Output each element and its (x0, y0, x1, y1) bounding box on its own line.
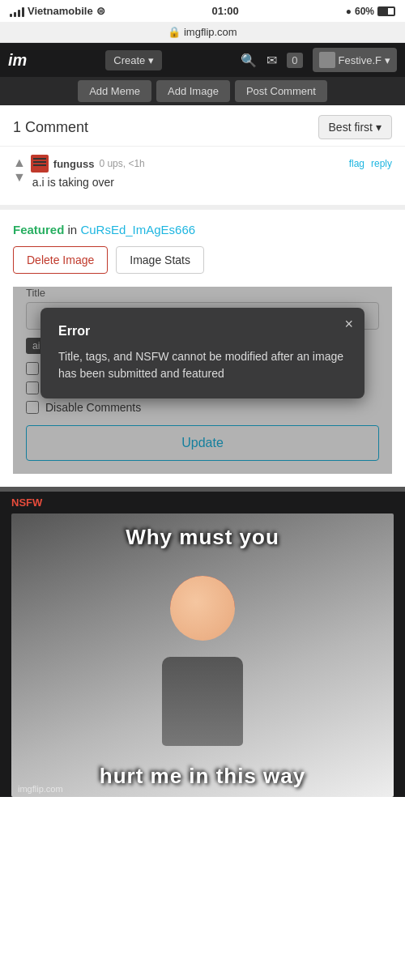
sort-chevron-icon: ▾ (376, 121, 382, 134)
status-time: 01:00 (212, 5, 239, 17)
comments-title: 1 Comment (13, 119, 88, 136)
featured-label: Featured (13, 223, 64, 236)
featured-text: Featured in CuRsEd_ImAgEs666 (13, 223, 392, 236)
notification-count[interactable]: 0 (287, 53, 302, 68)
comment-meta: funguss 0 ups, <1h flag reply (31, 155, 392, 173)
meme-character (11, 568, 394, 746)
table-row: ▲ ▼ funguss 0 ups, <1h flag reply a.i is… (0, 147, 405, 197)
sub-nav: Add Meme Add Image Post Comment (0, 77, 405, 105)
add-meme-button[interactable]: Add Meme (78, 80, 151, 102)
comments-header: 1 Comment Best first ▾ (0, 105, 405, 147)
status-bar: Vietnamobile ⊜ 01:00 ● 60% (0, 0, 405, 22)
modal-close-button[interactable]: × (344, 316, 353, 333)
avatar (31, 155, 49, 173)
flag-link[interactable]: flag (349, 158, 364, 169)
meme-top-text: Why must you (11, 513, 394, 550)
meme-bottom-text: hurt me in this way (11, 764, 394, 797)
featured-community-link[interactable]: CuRsEd_ImAgEs666 (80, 223, 195, 236)
modal-title: Error (58, 324, 347, 339)
url-bar: 🔒 imgflip.com (0, 22, 405, 43)
avatar (319, 52, 335, 68)
nsfw-label: NSFW (11, 496, 394, 509)
nav-icons: 🔍 ✉ 0 Festive.F ▾ (241, 48, 397, 72)
image-stats-button[interactable]: Image Stats (116, 246, 204, 274)
sort-label: Best first (329, 121, 373, 134)
character-body (162, 657, 243, 746)
create-button[interactable]: Create ▾ (105, 50, 162, 70)
disable-comments-row: Disable Comments (26, 401, 379, 414)
create-chevron-icon: ▾ (148, 54, 154, 66)
vote-controls: ▲ ▼ (13, 156, 26, 184)
update-button[interactable]: Update (26, 425, 379, 461)
comment-content: funguss 0 ups, <1h flag reply a.i is tak… (31, 155, 392, 189)
disable-comments-label: Disable Comments (45, 401, 141, 414)
user-menu-button[interactable]: Festive.F ▾ (313, 48, 397, 72)
user-chevron-icon: ▾ (385, 54, 390, 66)
comment-section: ▲ ▼ funguss 0 ups, <1h flag reply a.i is… (0, 147, 405, 205)
logo-text: im (8, 51, 27, 69)
signal-bars (10, 6, 24, 17)
modal-overlay: × Error Title, tags, and NSFW cannot be … (0, 308, 405, 398)
modal-body: Title, tags, and NSFW cannot be modified… (58, 348, 347, 382)
sort-button[interactable]: Best first ▾ (318, 115, 392, 139)
nsfw-section: NSFW Why must you hurt me in this way im… (0, 487, 405, 797)
battery-percent: 60% (355, 6, 374, 17)
status-left: Vietnamobile ⊜ (10, 5, 105, 17)
modal-box: × Error Title, tags, and NSFW cannot be … (40, 308, 364, 398)
character-head (170, 576, 235, 641)
comment-text: a.i is taking over (31, 176, 392, 189)
page-wrapper: Vietnamobile ⊜ 01:00 ● 60% 🔒 imgflip.com… (0, 0, 405, 797)
meme-image: Why must you hurt me in this way imgflip… (11, 513, 394, 797)
lock-icon: 🔒 (168, 26, 181, 38)
featured-buttons: Delete Image Image Stats (13, 246, 392, 274)
comment-stats: 0 ups, <1h (99, 158, 144, 169)
vote-up-button[interactable]: ▲ (13, 156, 26, 169)
search-icon[interactable]: 🔍 (241, 53, 257, 68)
comment-actions: flag reply (349, 158, 392, 169)
nav-bar: im Create ▾ 🔍 ✉ 0 Festive.F ▾ (0, 43, 405, 77)
battery-icon (377, 6, 395, 16)
title-label: Title (26, 287, 379, 299)
disable-comments-checkbox[interactable] (26, 401, 39, 414)
url-text: imgflip.com (184, 26, 237, 38)
logo: im (8, 51, 27, 70)
reply-link[interactable]: reply (371, 158, 392, 169)
wifi-icon: ⊜ (96, 5, 105, 17)
mail-icon[interactable]: ✉ (266, 53, 277, 68)
carrier-name: Vietnamobile (28, 5, 93, 17)
status-right: ● 60% (346, 6, 395, 17)
add-image-button[interactable]: Add Image (156, 80, 230, 102)
featured-in: in (68, 223, 78, 236)
create-label: Create (113, 54, 145, 66)
watermark: imgflip.com (18, 784, 63, 794)
delete-image-button[interactable]: Delete Image (13, 246, 108, 274)
post-comment-button[interactable]: Post Comment (235, 80, 327, 102)
commenter-name: funguss (53, 158, 95, 170)
username-label: Festive.F (339, 54, 382, 66)
vote-down-button[interactable]: ▼ (13, 171, 26, 184)
location-icon: ● (346, 6, 352, 17)
